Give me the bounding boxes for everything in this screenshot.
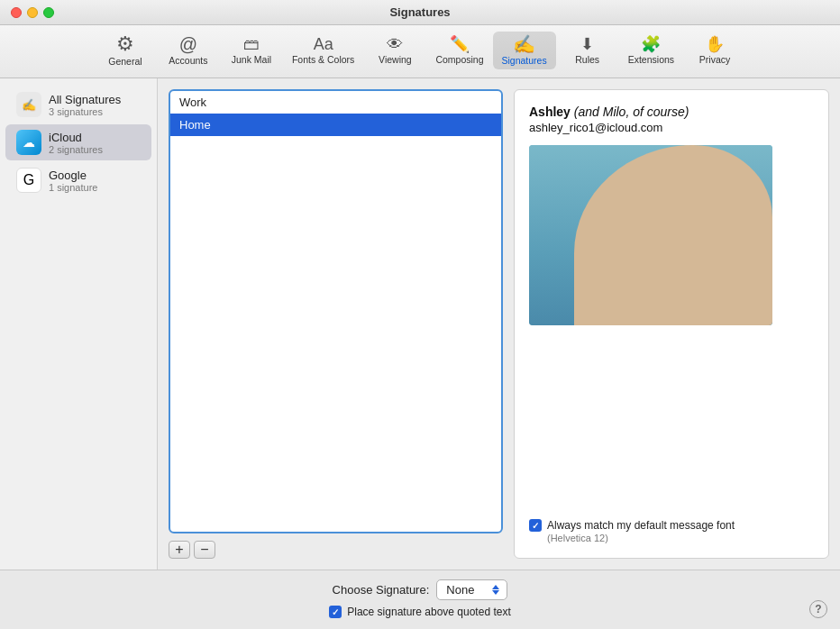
sidebar-text-icloud: iCloud 2 signatures	[49, 131, 103, 155]
junkmail-icon: 🗃	[243, 36, 260, 52]
arrow-up-icon	[492, 585, 499, 589]
place-signature-row: Place signature above quoted text	[329, 606, 510, 618]
titlebar: Signatures	[0, 0, 840, 25]
sidebar-name-google: Google	[49, 169, 97, 182]
add-signature-button[interactable]: +	[169, 541, 190, 559]
dog-canvas-background	[529, 145, 772, 325]
preview-name-italic: (and Milo, of course)	[574, 105, 689, 119]
sidebar-text-all: All Signatures 3 signatures	[49, 93, 121, 117]
place-signature-checkbox[interactable]	[329, 606, 342, 618]
sidebar-count-icloud: 2 signatures	[49, 144, 103, 155]
choose-signature-value: None	[446, 583, 474, 597]
toolbar-label-viewing: Viewing	[379, 54, 412, 65]
select-arrow-icon	[492, 585, 499, 595]
toolbar-item-privacy[interactable]: ✋ Privacy	[683, 32, 746, 68]
font-match-checkbox[interactable]	[529, 519, 542, 532]
minimize-button[interactable]	[27, 7, 38, 18]
icloud-icon: ☁	[16, 130, 41, 155]
toolbar-item-extensions[interactable]: 🧩 Extensions	[619, 32, 683, 68]
fullscreen-button[interactable]	[43, 7, 54, 18]
signature-preview-name: Ashley (and Milo, of course)	[529, 105, 814, 119]
toolbar-label-privacy: Privacy	[699, 54, 730, 65]
sidebar-count-all: 3 signatures	[49, 106, 121, 117]
font-hint: (Helvetica 12)	[547, 533, 608, 543]
toolbar-label-signatures: Signatures	[502, 55, 547, 66]
toolbar-label-accounts: Accounts	[169, 55, 207, 66]
signature-preview-email: ashley_rico1@icloud.com	[529, 121, 814, 134]
toolbar-label-extensions: Extensions	[628, 54, 674, 65]
toolbar-label-general: General	[108, 56, 142, 67]
extensions-icon: 🧩	[641, 36, 661, 52]
remove-signature-button[interactable]: −	[194, 541, 215, 559]
choose-signature-row: Choose Signature: None	[333, 579, 508, 600]
all-signatures-icon: ✍	[16, 92, 41, 117]
toolbar-item-rules[interactable]: ⬇ Rules	[556, 32, 619, 68]
toolbar-item-fonts[interactable]: Aa Fonts & Colors	[283, 32, 363, 68]
place-signature-label: Place signature above quoted text	[347, 606, 510, 618]
sidebar-name-all: All Signatures	[49, 93, 121, 106]
toolbar: ⚙ General @ Accounts 🗃 Junk Mail Aa Font…	[0, 25, 840, 78]
toolbar-item-viewing[interactable]: 👁 Viewing	[363, 32, 426, 68]
viewing-icon: 👁	[387, 36, 403, 52]
sidebar-item-icloud[interactable]: ☁ iCloud 2 signatures	[5, 124, 151, 160]
sidebar-item-google[interactable]: G Google 1 signature	[5, 162, 151, 198]
dog-body	[574, 145, 772, 325]
signature-item-work[interactable]: Work	[170, 91, 501, 114]
close-button[interactable]	[11, 7, 22, 18]
help-button[interactable]: ?	[809, 600, 827, 618]
window-title: Signatures	[389, 5, 450, 19]
choose-signature-select[interactable]: None	[436, 579, 507, 600]
dog-image	[529, 145, 772, 325]
toolbar-label-rules: Rules	[575, 54, 599, 65]
gear-icon: ⚙	[116, 34, 134, 54]
toolbar-item-signatures[interactable]: ✍ Signatures	[493, 32, 556, 69]
google-icon: G	[16, 168, 41, 193]
sidebar-item-all-signatures[interactable]: ✍ All Signatures 3 signatures	[5, 87, 151, 123]
font-match-area: Always match my default message font (He…	[529, 510, 814, 543]
main-content: ✍ All Signatures 3 signatures ☁ iCloud 2…	[0, 78, 840, 570]
center-panel: Work Home + −	[158, 78, 514, 570]
sidebar-text-google: Google 1 signature	[49, 169, 97, 193]
arrow-down-icon	[492, 590, 499, 595]
toolbar-item-general[interactable]: ⚙ General	[94, 31, 157, 70]
toolbar-item-composing[interactable]: ✏️ Composing	[426, 32, 492, 68]
toolbar-label-fonts: Fonts & Colors	[292, 54, 354, 65]
rules-icon: ⬇	[580, 36, 594, 52]
fonts-icon: Aa	[314, 36, 333, 52]
choose-signature-label: Choose Signature:	[333, 583, 430, 597]
signatures-icon: ✍	[513, 35, 535, 53]
signature-item-home[interactable]: Home	[170, 114, 501, 136]
signatures-list: Work Home	[169, 89, 503, 533]
toolbar-label-composing: Composing	[435, 54, 483, 65]
preview-name-bold: Ashley	[529, 105, 571, 119]
signature-preview-panel: Ashley (and Milo, of course) ashley_rico…	[514, 89, 829, 559]
toolbar-item-accounts[interactable]: @ Accounts	[157, 32, 220, 69]
toolbar-item-junkmail[interactable]: 🗃 Junk Mail	[220, 32, 283, 68]
sidebar-count-google: 1 signature	[49, 182, 97, 193]
sidebar-name-icloud: iCloud	[49, 131, 103, 144]
sidebar: ✍ All Signatures 3 signatures ☁ iCloud 2…	[0, 78, 158, 570]
font-match-label: Always match my default message font	[547, 519, 735, 532]
sig-controls: + −	[169, 541, 503, 559]
traffic-lights	[11, 7, 54, 18]
privacy-icon: ✋	[705, 36, 725, 52]
toolbar-label-junkmail: Junk Mail	[232, 54, 271, 65]
font-match-row: Always match my default message font	[529, 519, 735, 532]
at-icon: @	[179, 35, 197, 53]
composing-icon: ✏️	[450, 36, 470, 52]
bottom-bar: Choose Signature: None Place signature a…	[0, 570, 840, 629]
